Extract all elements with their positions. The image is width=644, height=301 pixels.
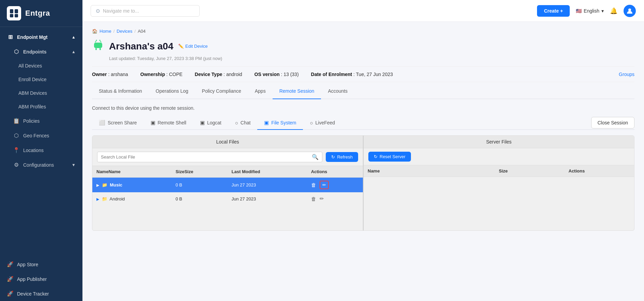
meta-device-type: Device Type : android: [195, 72, 242, 77]
reset-server-label: Reset Server: [380, 154, 405, 159]
edit-pencil-action-icon: ✏: [322, 182, 326, 187]
file-modified-cell: Jun 27 2023: [228, 178, 307, 193]
sidebar-item-geo-fences[interactable]: ⬡ Geo Fences: [0, 128, 82, 143]
sidebar-item-abm-devices[interactable]: ABM Devices: [0, 86, 82, 100]
configurations-icon: ⚙: [13, 162, 20, 168]
tab-status-information[interactable]: Status & Information: [92, 84, 149, 99]
file-name-cell: ▶ 📁 Music: [92, 178, 171, 193]
sidebar-item-enroll-device[interactable]: Enroll Device: [0, 73, 82, 86]
server-files-header: Server Files: [364, 136, 634, 148]
sidebar-item-abm-profiles[interactable]: ABM Profiles: [0, 100, 82, 114]
delete-icon[interactable]: 🗑: [311, 182, 316, 188]
tab-operations-log[interactable]: Operations Log: [149, 84, 195, 99]
sidebar-item-all-devices[interactable]: All Devices: [0, 59, 82, 73]
user-avatar[interactable]: [624, 5, 636, 17]
meta-owner: Owner : arshana: [92, 72, 128, 77]
all-devices-label: All Devices: [18, 63, 42, 69]
sidebar-item-app-store[interactable]: 🚀 App Store: [0, 257, 82, 272]
screen-share-icon: ⬜: [99, 120, 105, 126]
device-meta: Owner : arshana Ownership : COPE Device …: [92, 66, 634, 82]
session-tab-chat[interactable]: ○ Chat: [228, 117, 258, 130]
sidebar-item-endpoint-mgt[interactable]: ⊞ Endpoint Mgt ▲: [0, 30, 82, 44]
sidebar-item-locations[interactable]: 📍 Locations: [0, 143, 82, 157]
livefeed-icon: ○: [310, 120, 313, 126]
reset-server-button[interactable]: ↻ Reset Server: [368, 152, 411, 162]
logcat-icon: ▣: [200, 120, 205, 126]
close-session-button[interactable]: Close Session: [591, 117, 635, 129]
edit-pencil-action-icon[interactable]: ✏: [320, 196, 324, 202]
col-size: SizeSize: [171, 166, 227, 178]
logcat-label: Logcat: [207, 120, 221, 125]
svg-rect-3: [15, 14, 18, 17]
remote-shell-label: Remote Shell: [158, 120, 186, 125]
language-selector[interactable]: 🇺🇸 English ▾: [576, 8, 604, 14]
bell-icon[interactable]: 🔔: [610, 7, 617, 15]
logo-text: Entgra: [25, 9, 50, 18]
server-table-header: Name Size Actions: [364, 165, 634, 177]
navigate-icon: ⊙: [96, 8, 100, 14]
app-store-icon: 🚀: [7, 261, 14, 268]
sidebar-item-device-tracker[interactable]: 🚀 Device Tracker: [0, 286, 82, 301]
local-search[interactable]: 🔍: [97, 152, 322, 162]
endpoint-mgt-icon: ⊞: [7, 34, 14, 40]
abm-devices-label: ABM Devices: [18, 90, 47, 96]
local-files-panel: Local Files 🔍 ↻ Refresh: [92, 136, 364, 230]
refresh-icon: ↻: [331, 154, 335, 160]
refresh-button[interactable]: ↻ Refresh: [326, 152, 358, 162]
file-name: Music: [110, 182, 122, 187]
row-expand-icon[interactable]: ▶: [96, 183, 99, 187]
session-tab-screen-share[interactable]: ⬜ Screen Share: [92, 116, 144, 130]
file-actions-cell: 🗑 ✏: [307, 193, 363, 205]
chevron-down-configurations-icon: ▼: [72, 163, 76, 167]
sidebar-logo: Entgra: [0, 0, 82, 27]
device-tracker-icon: 🚀: [7, 290, 14, 297]
file-system-panel: Local Files 🔍 ↻ Refresh: [92, 135, 634, 231]
edit-device-link[interactable]: ✏️ Edit Device: [178, 44, 208, 49]
sidebar-item-app-publisher[interactable]: 🚀 App Publisher: [0, 272, 82, 286]
breadcrumb-sep-2: /: [135, 29, 136, 34]
app-store-label: App Store: [17, 262, 38, 267]
sidebar-item-configurations[interactable]: ⚙ Configurations ▼: [0, 157, 82, 172]
local-files-table: NameName SizeSize Last Modified Actions …: [92, 166, 363, 205]
device-header: Arshana's a04 ✏️ Edit Device: [92, 39, 634, 54]
delete-icon[interactable]: 🗑: [311, 196, 316, 202]
session-tabs: ⬜ Screen Share ▣ Remote Shell ▣ Logcat ○…: [92, 116, 634, 130]
svg-line-11: [100, 41, 101, 42]
server-toolbar: ↻ Reset Server: [364, 148, 634, 165]
endpoints-label: Endpoints: [23, 49, 46, 55]
tab-apps[interactable]: Apps: [248, 84, 273, 99]
create-button[interactable]: Create +: [537, 5, 570, 17]
tab-remote-session[interactable]: Remote Session: [273, 84, 321, 99]
tab-policy-compliance[interactable]: Policy Compliance: [195, 84, 248, 99]
col-actions: Actions: [307, 166, 363, 178]
session-tab-logcat[interactable]: ▣ Logcat: [193, 116, 228, 130]
app-publisher-icon: 🚀: [7, 276, 14, 282]
geo-fences-label: Geo Fences: [23, 133, 49, 138]
svg-rect-8: [95, 48, 97, 50]
breadcrumb-devices[interactable]: Devices: [117, 29, 132, 34]
tab-accounts[interactable]: Accounts: [321, 84, 354, 99]
navigate-search[interactable]: ⊙ Navigate me to...: [91, 5, 200, 17]
session-tab-livefeed[interactable]: ○ LiveFeed: [303, 117, 342, 130]
sidebar-item-endpoints[interactable]: ⬡ Endpoints ▲: [0, 44, 82, 59]
endpoint-mgt-label: Endpoint Mgt: [17, 34, 47, 40]
folder-icon: 📁: [102, 182, 107, 187]
server-col-actions: Actions: [565, 165, 634, 177]
sidebar-item-policies[interactable]: 📋 Policies: [0, 114, 82, 128]
configurations-label: Configurations: [23, 162, 54, 168]
groups-link[interactable]: Groups: [619, 72, 634, 77]
logo-icon: [7, 6, 21, 20]
chat-icon: ○: [235, 120, 238, 126]
chat-label: Chat: [241, 120, 251, 125]
geo-fences-icon: ⬡: [13, 132, 20, 139]
topbar-right: Create + 🇺🇸 English ▾ 🔔: [537, 5, 636, 17]
edit-icon-box[interactable]: ✏: [320, 181, 329, 189]
meta-enrolment: Date of Enrolment : Tue, 27 Jun 2023: [311, 72, 393, 77]
file-name-cell: ▶ 📁 Android: [92, 193, 171, 205]
breadcrumb-home[interactable]: Home: [99, 29, 111, 34]
abm-profiles-label: ABM Profiles: [18, 104, 46, 109]
session-tab-remote-shell[interactable]: ▣ Remote Shell: [144, 116, 193, 130]
local-search-input[interactable]: [101, 154, 310, 160]
row-expand-icon[interactable]: ▶: [96, 197, 99, 201]
session-tab-file-system[interactable]: ▣ File System: [257, 116, 303, 130]
